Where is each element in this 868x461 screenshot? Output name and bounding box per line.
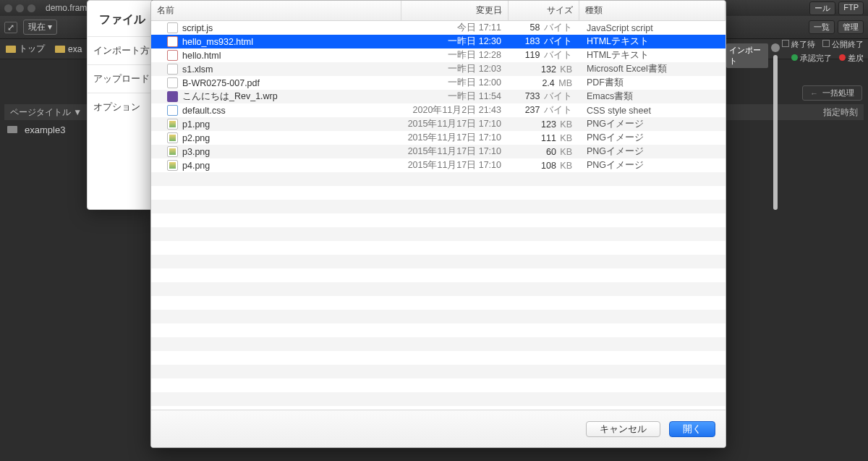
left-panel-item-upload[interactable]: アップロード bbox=[88, 64, 151, 93]
empty-row bbox=[151, 337, 726, 351]
file-name: p4.png bbox=[182, 161, 210, 171]
file-row[interactable]: hello_ms932.html一昨日 12:30183 バイトHTMLテキスト bbox=[151, 35, 726, 48]
toggle-knob-icon[interactable] bbox=[771, 43, 780, 52]
file-name: hello_ms932.html bbox=[182, 37, 253, 47]
empty-row bbox=[151, 213, 726, 227]
col-header-size-label: サイズ bbox=[547, 4, 573, 17]
bg-top-tab-1[interactable]: ール bbox=[809, 1, 835, 15]
file-date: 一昨日 12:28 bbox=[401, 49, 509, 62]
bg-dropdown[interactable]: 現在 ▾ bbox=[23, 20, 57, 35]
file-kind: PNGイメージ bbox=[579, 132, 726, 144]
file-date: 一昨日 11:54 bbox=[401, 90, 509, 103]
bg-status-legend: 終了待 公開終了 承認完了 差戻 bbox=[782, 39, 864, 64]
file-size: 237 バイト bbox=[509, 104, 579, 117]
file-icon bbox=[167, 50, 178, 61]
col-header-date[interactable]: 変更日⌄ bbox=[401, 1, 509, 20]
col-time[interactable]: 指定時刻 bbox=[823, 106, 858, 119]
batch-button[interactable]: 一括処理 bbox=[802, 85, 862, 101]
empty-row bbox=[151, 310, 726, 323]
circle-icon bbox=[791, 54, 798, 61]
file-icon bbox=[167, 119, 178, 130]
crumb-exa[interactable]: exa bbox=[55, 44, 82, 54]
file-kind: JavaScript script bbox=[579, 23, 726, 33]
file-date: 一昨日 12:03 bbox=[401, 63, 509, 75]
outer-scroll-area: インポート bbox=[726, 7, 780, 210]
file-date: 2015年11月17日 17:10 bbox=[401, 132, 509, 144]
bg-dropdown-label: 現在 bbox=[28, 22, 46, 32]
file-kind: PNGイメージ bbox=[579, 118, 726, 130]
col-header-name-label: 名前 bbox=[157, 4, 174, 17]
max-dot-icon[interactable] bbox=[27, 4, 35, 12]
sort-indicator-icon: ⌄ bbox=[498, 7, 503, 14]
col-header-kind[interactable]: 種類 bbox=[579, 1, 726, 20]
crumb-top[interactable]: トップ bbox=[6, 43, 45, 55]
bg-tab-list[interactable]: 一覧 bbox=[809, 20, 835, 34]
file-size: 108 KB bbox=[509, 161, 579, 171]
file-icon bbox=[167, 105, 178, 116]
bg-top-tab-ftp[interactable]: FTP bbox=[838, 1, 864, 15]
file-date: 今日 17:11 bbox=[401, 22, 509, 34]
file-kind: HTMLテキスト bbox=[579, 49, 726, 62]
status-label: 終了待 bbox=[791, 40, 815, 48]
file-size: 123 KB bbox=[509, 119, 579, 130]
folder-icon bbox=[55, 46, 65, 53]
file-kind: PNGイメージ bbox=[579, 159, 726, 172]
min-dot-icon[interactable] bbox=[16, 4, 24, 12]
open-button[interactable]: 開く bbox=[669, 421, 715, 437]
file-date: 2015年11月17日 17:10 bbox=[401, 118, 509, 130]
expand-icon[interactable]: ⤢ bbox=[4, 22, 17, 33]
bg-tab-admin[interactable]: 管理 bbox=[838, 20, 864, 34]
empty-row bbox=[151, 378, 726, 392]
file-kind: Microsoft Excel書類 bbox=[579, 63, 726, 75]
col-header-name[interactable]: 名前 bbox=[151, 1, 401, 20]
crumb-top-label: トップ bbox=[19, 43, 45, 54]
file-row[interactable]: こんにちは_Rev_1.wrp一昨日 11:54733 バイトEmacs書類 bbox=[151, 90, 726, 103]
close-dot-icon[interactable] bbox=[4, 4, 12, 12]
file-row[interactable]: p4.png2015年11月17日 17:10108 KBPNGイメージ bbox=[151, 158, 726, 172]
file-name: s1.xlsm bbox=[182, 64, 213, 75]
left-panel-item-options[interactable]: オプション bbox=[88, 93, 151, 121]
empty-row bbox=[151, 365, 726, 378]
file-row[interactable]: script.js今日 17:1158 バイトJavaScript script bbox=[151, 21, 726, 35]
file-row[interactable]: p1.png2015年11月17日 17:10123 KBPNGイメージ bbox=[151, 117, 726, 131]
traffic-lights[interactable] bbox=[4, 4, 35, 12]
circle-icon bbox=[839, 54, 846, 61]
empty-row bbox=[151, 323, 726, 337]
col-title[interactable]: ページタイトル ▼ bbox=[10, 106, 82, 119]
empty-row bbox=[151, 351, 726, 365]
file-icon bbox=[167, 64, 178, 75]
cancel-button[interactable]: キャンセル bbox=[586, 421, 660, 437]
file-row[interactable]: default.css2020年11月2日 21:43237 バイトCSS st… bbox=[151, 103, 726, 117]
empty-row bbox=[151, 200, 726, 213]
dialog-footer: キャンセル 開く bbox=[151, 410, 726, 447]
file-name: B-WR0275-007.pdf bbox=[182, 78, 260, 88]
batch-label: 一括処理 bbox=[822, 88, 854, 98]
file-size: 119 バイト bbox=[509, 49, 579, 62]
page-icon bbox=[7, 126, 17, 133]
file-name: p1.png bbox=[182, 119, 210, 130]
left-panel-title: ファイル bbox=[88, 1, 151, 36]
col-header-size[interactable]: サイズ bbox=[509, 1, 579, 20]
bg-list-row[interactable]: example3 bbox=[4, 122, 68, 138]
empty-row bbox=[151, 172, 726, 186]
file-kind: PNGイメージ bbox=[579, 145, 726, 158]
file-row[interactable]: s1.xlsm一昨日 12:03132 KBMicrosoft Excel書類 bbox=[151, 62, 726, 76]
import-label[interactable]: インポート bbox=[726, 43, 768, 68]
file-size: 60 KB bbox=[509, 147, 579, 157]
file-row[interactable]: p2.png2015年11月17日 17:10111 KBPNGイメージ bbox=[151, 131, 726, 145]
left-panel-item-import[interactable]: インポート方 bbox=[88, 36, 151, 64]
file-size: 733 バイト bbox=[509, 90, 579, 103]
empty-row bbox=[151, 282, 726, 296]
file-list[interactable]: script.js今日 17:1158 バイトJavaScript script… bbox=[151, 21, 726, 410]
file-row[interactable]: hello.html一昨日 12:28119 バイトHTMLテキスト bbox=[151, 48, 726, 62]
file-row[interactable]: B-WR0275-007.pdf一昨日 12:002.4 MBPDF書類 bbox=[151, 76, 726, 90]
file-row[interactable]: p3.png2015年11月17日 17:1060 KBPNGイメージ bbox=[151, 145, 726, 158]
square-icon bbox=[782, 40, 789, 47]
dialog-header-row: 名前 変更日⌄ サイズ 種類 bbox=[151, 1, 726, 21]
file-icon bbox=[167, 91, 178, 102]
status-label: 差戻 bbox=[848, 54, 864, 62]
scrollbar-track[interactable] bbox=[773, 55, 778, 210]
file-name: script.js bbox=[182, 23, 213, 33]
empty-row bbox=[151, 268, 726, 282]
file-name: p2.png bbox=[182, 133, 210, 143]
